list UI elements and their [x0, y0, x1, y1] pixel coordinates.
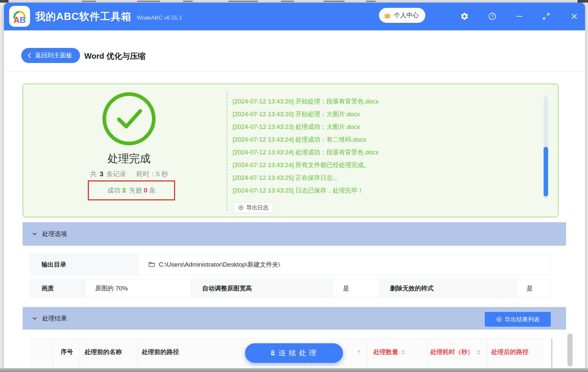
- maximize-icon[interactable]: [542, 12, 551, 21]
- download-circle-icon: [496, 316, 502, 322]
- sort-carets-icon[interactable]: [401, 350, 405, 355]
- filter-funnel-icon[interactable]: [356, 349, 362, 355]
- export-results-button[interactable]: 导出结果列表: [485, 312, 551, 327]
- app-version: WodeABC v6.55.1: [137, 15, 182, 21]
- back-to-main-button[interactable]: 返回到主面板: [21, 48, 80, 63]
- summary-stats: 共 3 条记录 耗时：5 秒: [57, 170, 201, 178]
- log-line: [2024-07-12 13:43:24] 所有文件都已经处理完成。: [233, 159, 379, 171]
- settings-gear-icon[interactable]: [460, 12, 469, 21]
- results-section-header[interactable]: 处理结果 导出结果列表: [23, 307, 566, 330]
- background-fragment: [0, 0, 8, 3]
- log-line: [2024-07-12 13:43:20] 开始处理：大图片.docx: [233, 108, 379, 120]
- log-line: [2024-07-12 13:43:25] 日志已保存，处理完毕！: [233, 184, 379, 197]
- app-window: A B 我的ABC软件工具箱 WodeABC v6.55.1 个人中心: [4, 3, 585, 369]
- crown-icon: [384, 11, 391, 19]
- background-taskbar-strip: [0, 368, 588, 372]
- svg-text:A: A: [14, 15, 20, 25]
- log-line: [2024-07-12 13:43:20] 开始处理：段落有背景色.docx: [233, 95, 379, 108]
- column-index: 序号: [54, 339, 80, 365]
- background-fragment: [137, 1, 160, 2]
- minimize-icon[interactable]: [515, 12, 524, 21]
- options-row: 画质 原图的 70% 自动调整原图宽高 是 删除无效的样式 是: [30, 279, 550, 298]
- export-results-label: 导出结果列表: [505, 316, 540, 323]
- auto-resize-value: 是: [333, 279, 379, 297]
- chevron-down-icon: [32, 316, 38, 323]
- results-section-title: 处理结果: [42, 314, 67, 323]
- column-count[interactable]: 处理数量: [368, 339, 427, 365]
- remove-invalid-styles-label: 删除无效的样式: [379, 279, 517, 297]
- background-fragment: [82, 1, 96, 2]
- back-button-label: 返回到主面板: [35, 51, 72, 60]
- background-fragment: [366, 1, 376, 2]
- titlebar: A B 我的ABC软件工具箱 WodeABC v6.55.1 个人中心: [4, 3, 585, 30]
- log-scrollbar: [544, 96, 548, 199]
- quality-label: 画质: [30, 279, 85, 297]
- personal-center-button[interactable]: 个人中心: [379, 8, 425, 23]
- continue-processing-button[interactable]: 连续处理: [245, 343, 343, 363]
- options-section-title: 处理选项: [42, 230, 67, 238]
- log-line: [2024-07-12 13:43:25] 正在保存日志...: [233, 171, 379, 184]
- sort-carets-icon[interactable]: [477, 350, 480, 355]
- svg-text:B: B: [20, 15, 26, 25]
- personal-center-label: 个人中心: [394, 11, 419, 20]
- column-name-before: 处理前的名称: [80, 339, 137, 365]
- close-icon[interactable]: [570, 12, 579, 21]
- page-scrollbar-thumb[interactable]: [567, 333, 573, 366]
- summary-panel: 处理完成 共 3 条记录 耗时：5 秒 成功 3 失败 0 条 [2024-07…: [23, 84, 559, 217]
- elapsed-value: 5 秒: [156, 170, 168, 178]
- output-dir-row: 输出目录 C:\Users\Administrator\Desktop\新建文件…: [30, 254, 550, 275]
- quality-value: 原图的 70%: [85, 279, 191, 297]
- export-log-label: 导出日志: [246, 204, 269, 211]
- svg-text:?: ?: [491, 14, 494, 19]
- background-fragment: [183, 1, 193, 2]
- log-scrollbar-thumb[interactable]: [544, 147, 548, 196]
- continue-processing-label: 连续处理: [279, 348, 319, 358]
- log-line: [2024-07-12 13:43:24] 处理成功：段落有背景色.docx: [233, 146, 379, 159]
- log-list: [2024-07-12 13:43:20] 开始处理：段落有背景色.docx […: [233, 95, 379, 197]
- log-line: [2024-07-12 13:43:24] 处理成功：有二维码.docx: [233, 133, 379, 146]
- remove-invalid-styles-value: 是: [517, 279, 550, 297]
- title-group: 我的ABC软件工具箱 WodeABC v6.55.1: [35, 3, 182, 30]
- checkbox-column-header: [30, 339, 54, 365]
- background-fragment: [281, 1, 294, 2]
- total-count: 3: [98, 170, 105, 178]
- dashed-divider: [227, 91, 227, 211]
- background-fragment: [229, 1, 258, 2]
- rocket-icon: [269, 349, 277, 357]
- status-title: 处理完成: [64, 151, 194, 166]
- output-dir-label: 输出目录: [30, 254, 138, 275]
- auto-resize-label: 自动调整原图宽高: [191, 279, 333, 297]
- divider: [4, 71, 585, 71]
- fail-count: 0: [142, 187, 149, 194]
- success-check-icon: [101, 91, 157, 148]
- output-dir-value-cell: C:\Users\Administrator\Desktop\新建文件夹\: [138, 254, 550, 275]
- folder-icon: [148, 261, 155, 268]
- app-title: 我的ABC软件工具箱: [35, 10, 131, 23]
- background-fragment: [323, 1, 345, 2]
- success-count: 3: [121, 187, 127, 194]
- upload-circle-icon: [238, 205, 244, 210]
- table-scroll-edge: [551, 338, 552, 369]
- background-window-strip: [0, 0, 588, 3]
- page-title: Word 优化与压缩: [84, 51, 146, 61]
- column-path-after: 处理后的路径: [487, 339, 543, 365]
- chevron-down-icon: [32, 231, 38, 238]
- export-log-button[interactable]: 导出日志: [233, 202, 273, 213]
- column-elapsed[interactable]: 处理耗时（秒）: [427, 339, 487, 365]
- help-icon[interactable]: ?: [488, 12, 497, 21]
- output-dir-value: C:\Users\Administrator\Desktop\新建文件夹\: [159, 260, 280, 269]
- options-section-header[interactable]: 处理选项: [23, 222, 566, 246]
- success-fail-annotation: 成功 3 失败 0 条: [88, 180, 175, 200]
- chevron-left-icon: [27, 52, 32, 59]
- background-fragment: [578, 0, 588, 3]
- log-line: [2024-07-12 13:43:23] 处理成功：大图片.docx: [233, 120, 379, 133]
- app-logo-icon: A B: [9, 6, 30, 27]
